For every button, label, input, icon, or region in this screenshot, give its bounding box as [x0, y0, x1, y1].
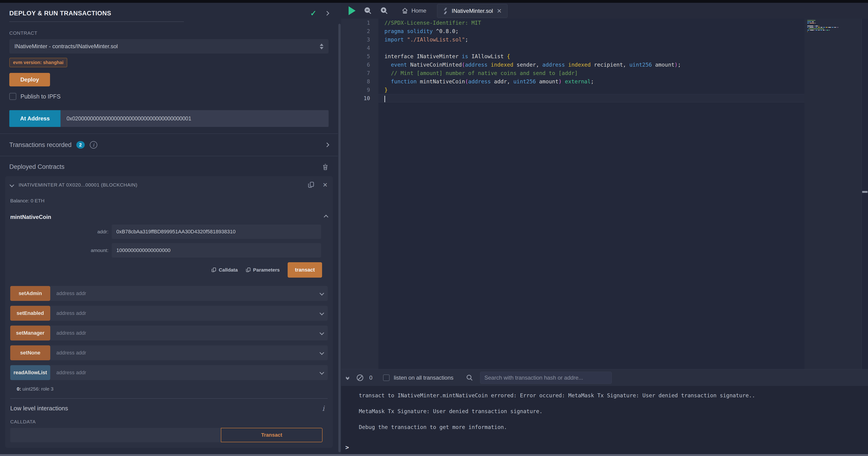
line-number: 9 — [341, 86, 378, 94]
function-setNone-input[interactable]: address addr — [50, 345, 328, 360]
terminal-output[interactable]: transact to INativeMinter.mintNativeCoin… — [341, 386, 868, 454]
function-setManager-input[interactable]: address addr — [50, 325, 328, 341]
deploy-button[interactable]: Deploy — [9, 73, 50, 86]
function-setNone-button[interactable]: setNone — [10, 345, 50, 360]
transact-button[interactable]: transact — [288, 262, 322, 278]
field-label: amount: — [10, 248, 112, 253]
copy-icon — [246, 267, 251, 273]
editor-code-area[interactable]: //SPDX-License-Identifier: MITpragma sol… — [378, 19, 862, 369]
home-icon — [402, 7, 408, 14]
calldata-label: CALLDATA — [10, 419, 328, 425]
function-setEnabled-input[interactable]: address addr — [50, 306, 328, 321]
collapse-contract-icon[interactable] — [9, 182, 14, 187]
text-cursor — [384, 96, 385, 102]
calldata-input[interactable] — [10, 428, 221, 442]
function-readAllowList-input[interactable]: address addr — [50, 365, 328, 380]
terminal-search-input[interactable]: Search with transaction hash or addre... — [480, 372, 612, 384]
low-level-title: Low level interactions — [10, 405, 322, 412]
editor-minimap[interactable] — [804, 19, 862, 369]
function-setEnabled-button[interactable]: setEnabled — [10, 306, 50, 321]
status-check-icon: ✓ — [310, 9, 316, 18]
call-result: 0: uint256: role 3 — [17, 386, 328, 392]
code-line-4 — [378, 44, 862, 52]
page-title: DEPLOY & RUN TRANSACTIONS — [9, 10, 310, 17]
low-level-transact-button[interactable]: Transact — [221, 428, 322, 442]
info-icon: i — [322, 404, 328, 412]
editor-scrollbar[interactable] — [862, 19, 868, 369]
terminal-panel: 0 listen on all transactions Search with… — [341, 369, 868, 454]
close-tab-icon[interactable]: ✕ — [497, 7, 502, 15]
run-script-icon[interactable] — [349, 6, 355, 15]
divider — [10, 398, 328, 399]
field-input-addr[interactable]: 0xB78cbAa319ffBD899951AA30D4320f58189383… — [112, 225, 321, 239]
solidity-icon — [443, 7, 448, 15]
deployed-contracts-header: Deployed Contracts — [9, 163, 329, 170]
panel-scrollbar[interactable] — [338, 3, 341, 454]
contract-instance-name: INATIVEMINTER AT 0X020...00001 (BLOCKCHA… — [19, 182, 308, 188]
function-setAdmin-button[interactable]: setAdmin — [10, 286, 50, 301]
zoom-in-icon[interactable] — [380, 7, 388, 15]
remove-contract-icon[interactable]: ✕ — [322, 181, 328, 189]
pending-tx-count: 0 — [369, 374, 372, 381]
line-number: 1 — [341, 19, 378, 27]
line-number: 8 — [341, 77, 378, 86]
trash-icon[interactable] — [322, 164, 329, 170]
code-editor[interactable]: 12345678910 //SPDX-License-Identifier: M… — [341, 19, 868, 369]
deploy-run-panel: DEPLOY & RUN TRANSACTIONS ✓ CONTRACT INa… — [0, 3, 338, 454]
line-number: 4 — [341, 44, 378, 52]
publish-ipfs-label: Publish to IPFS — [21, 93, 61, 100]
terminal-prompt[interactable]: > — [345, 444, 349, 451]
function-setAdmin-input[interactable]: address addr — [50, 286, 328, 301]
field-row: amount:1000000000000000000 — [10, 243, 328, 258]
line-number: 2 — [341, 27, 378, 35]
at-address-button[interactable]: At Address — [9, 110, 61, 127]
transactions-recorded-label: Transactions recorded — [9, 141, 72, 149]
function-row: setManageraddress addr — [10, 325, 328, 341]
scrollbar-handle[interactable] — [862, 191, 868, 193]
function-title-row[interactable]: mintNativeCoin — [10, 214, 328, 220]
zoom-out-icon[interactable] — [364, 7, 372, 15]
at-address-input[interactable]: 0x02000000000000000000000000000000000000… — [61, 110, 329, 127]
code-line-2: pragma solidity ^0.8.0; — [378, 27, 862, 35]
evm-version-badge: evm version: shanghai — [9, 58, 67, 67]
function-row: setEnabledaddress addr — [10, 306, 328, 321]
transactions-recorded-section[interactable]: Transactions recorded 2 i — [0, 134, 338, 156]
main-area: Home INativeMinter.sol ✕ 12345678910 //S… — [341, 3, 868, 454]
bottom-scrollbar[interactable] — [0, 454, 868, 456]
code-line-1: //SPDX-License-Identifier: MIT — [378, 19, 862, 27]
field-label: addr: — [10, 229, 112, 234]
function-setManager-button[interactable]: setManager — [10, 325, 50, 341]
copy-calldata-button[interactable]: Calldata — [211, 267, 238, 273]
expand-transactions-icon[interactable] — [324, 143, 329, 147]
select-arrows-icon — [320, 44, 323, 49]
tab-inativeminter[interactable]: INativeMinter.sol ✕ — [437, 4, 507, 18]
search-icon — [466, 374, 473, 381]
transactions-count-badge: 2 — [76, 141, 85, 149]
copy-parameters-button[interactable]: Parameters — [246, 267, 280, 273]
listen-transactions-checkbox[interactable] — [383, 374, 390, 381]
field-input-amount[interactable]: 1000000000000000000 — [112, 243, 321, 258]
title-underline — [9, 22, 184, 22]
balance-label: Balance: 0 ETH — [10, 198, 328, 203]
contract-select[interactable]: INativeMinter - contracts/INativeMinter.… — [9, 39, 329, 54]
expand-terminal-icon[interactable] — [346, 376, 349, 379]
copy-address-icon[interactable] — [308, 181, 315, 189]
contract-label: CONTRACT — [9, 30, 329, 36]
contract-card-header[interactable]: INATIVEMINTER AT 0X020...00001 (BLOCKCHA… — [10, 180, 328, 190]
line-number: 6 — [341, 61, 378, 69]
tab-home[interactable]: Home — [398, 3, 431, 19]
panel-header: DEPLOY & RUN TRANSACTIONS ✓ — [9, 9, 329, 18]
function-fields: addr:0xB78cbAa319ffBD899951AA30D4320f581… — [10, 225, 328, 258]
clear-console-icon[interactable] — [357, 374, 363, 381]
collapse-function-icon[interactable] — [324, 215, 328, 219]
code-line-9: } — [378, 86, 862, 94]
window-top-strip — [0, 0, 868, 3]
function-row: setAdminaddress addr — [10, 286, 328, 301]
publish-ipfs-checkbox[interactable] — [9, 93, 16, 100]
search-placeholder: Search with transaction hash or addre... — [485, 374, 583, 381]
function-readAllowList-button[interactable]: readAllowList — [10, 365, 50, 380]
info-icon: i — [90, 141, 97, 149]
code-line-8: function mintNativeCoin(address addr, ui… — [378, 77, 862, 86]
panel-collapse-icon[interactable] — [324, 11, 329, 16]
deployed-contracts-label: Deployed Contracts — [9, 163, 322, 170]
